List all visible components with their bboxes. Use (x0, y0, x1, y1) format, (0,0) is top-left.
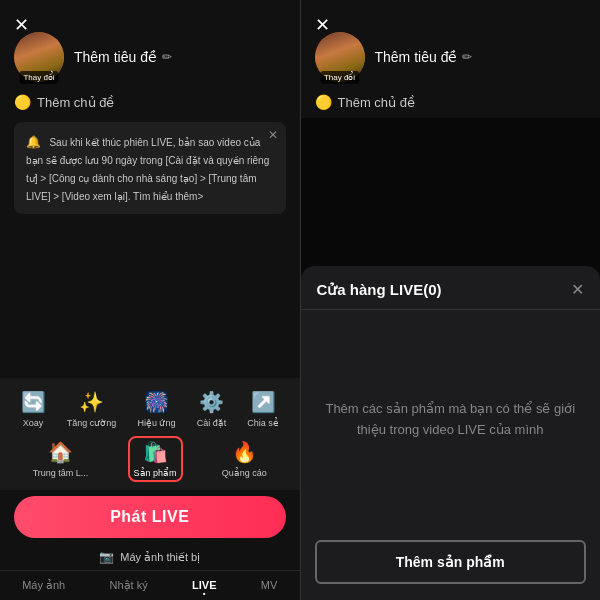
left-profile-section: Thay đổi Thêm tiêu đề ✏ (0, 20, 300, 94)
tab-mv[interactable]: MV (261, 579, 278, 594)
notification-close-button[interactable]: ✕ (268, 128, 278, 142)
thay-doi-button[interactable]: Thay đổi (19, 71, 58, 84)
icon-quang-cao[interactable]: 🔥 Quảng cáo (216, 436, 273, 482)
modal-close-button[interactable]: ✕ (571, 280, 584, 299)
icon-cai-dat[interactable]: ⚙️ Cài đặt (191, 386, 233, 432)
tang-cuong-icon: ✨ (79, 390, 104, 414)
icon-xoay[interactable]: 🔄 Xoay (15, 386, 52, 432)
may-anh-thiet-bi-text[interactable]: Máy ảnh thiết bị (120, 551, 200, 564)
quang-cao-icon: 🔥 (232, 440, 257, 464)
hieu-ung-label: Hiệu ứng (137, 418, 175, 428)
modal-title: Cửa hàng LIVE(0) (317, 281, 442, 299)
chia-se-icon: ↗️ (251, 390, 276, 414)
right-profile-section: Thay đổi Thêm tiêu đề ✏ (301, 20, 601, 94)
avatar-wrap: Thay đổi (14, 32, 64, 82)
edit-icon[interactable]: ✏ (162, 50, 172, 64)
camera-icon: 📷 (99, 550, 114, 564)
right-them-chu-de-text[interactable]: Thêm chủ đề (338, 95, 415, 110)
right-them-tieu-de: Thêm tiêu đề ✏ (375, 49, 473, 65)
notification-box: ✕ 🔔 Sau khi kết thúc phiên LIVE, bản sao… (14, 122, 286, 214)
xoay-icon: 🔄 (21, 390, 46, 414)
icon-trung-tam[interactable]: 🏠 Trung tâm L... (27, 436, 95, 482)
bottom-icons: 🔄 Xoay ✨ Tăng cường 🎆 Hiệu ứng ⚙️ Cài đặ… (0, 378, 300, 490)
them-chu-de-text[interactable]: Thêm chủ đề (37, 95, 114, 110)
right-thay-doi-button[interactable]: Thay đổi (320, 71, 359, 84)
trung-tam-label: Trung tâm L... (33, 468, 89, 478)
modal-content: Thêm các sản phẩm mà bạn có thể sẽ giới … (301, 310, 601, 530)
right-title-area: Thêm tiêu đề ✏ (375, 49, 473, 65)
trung-tam-icon: 🏠 (48, 440, 73, 464)
them-tieu-de: Thêm tiêu đề ✏ (74, 49, 172, 65)
icon-row-2: 🏠 Trung tâm L... 🛍️ Sản phẩm 🔥 Quảng cáo (0, 436, 300, 486)
icon-hieu-ung[interactable]: 🎆 Hiệu ứng (131, 386, 181, 432)
tab-nhat-ky[interactable]: Nhật ký (110, 579, 148, 594)
icon-san-pham[interactable]: 🛍️ Sản phẩm (128, 436, 183, 482)
notification-text: Sau khi kết thúc phiên LIVE, bản sao vid… (26, 137, 269, 202)
cai-dat-icon: ⚙️ (199, 390, 224, 414)
them-chu-de-row: 🟡 Thêm chủ đề (14, 94, 300, 110)
modal-sheet: Cửa hàng LIVE(0) ✕ Thêm các sản phẩm mà … (301, 266, 601, 600)
modal-footer: Thêm sản phẩm (301, 530, 601, 600)
modal-overlay: Cửa hàng LIVE(0) ✕ Thêm các sản phẩm mà … (301, 118, 601, 600)
bottom-tabs: Máy ảnh Nhật ký LIVE MV (0, 570, 300, 600)
chia-se-label: Chia sẻ (247, 418, 279, 428)
right-them-chu-de-row: 🟡 Thêm chủ đề (315, 94, 601, 110)
modal-empty-text: Thêm các sản phẩm mà bạn có thể sẽ giới … (321, 399, 581, 441)
cai-dat-label: Cài đặt (197, 418, 227, 428)
san-pham-icon: 🛍️ (143, 440, 168, 464)
them-chu-de-emoji: 🟡 (14, 94, 31, 110)
may-anh-thiet-bi-row: 📷 Máy ảnh thiết bị (0, 544, 300, 570)
icon-tang-cuong[interactable]: ✨ Tăng cường (61, 386, 123, 432)
san-pham-label: Sản phẩm (134, 468, 177, 478)
modal-header: Cửa hàng LIVE(0) ✕ (301, 266, 601, 310)
xoay-label: Xoay (23, 418, 44, 428)
notification-icon: 🔔 (26, 135, 41, 149)
left-panel: ✕ Thay đổi Thêm tiêu đề ✏ 🟡 Thêm chủ đề … (0, 0, 300, 600)
quang-cao-label: Quảng cáo (222, 468, 267, 478)
hieu-ung-icon: 🎆 (144, 390, 169, 414)
tang-cuong-label: Tăng cường (67, 418, 117, 428)
icon-chia-se[interactable]: ↗️ Chia sẻ (241, 386, 285, 432)
them-san-pham-button[interactable]: Thêm sản phẩm (315, 540, 587, 584)
tab-live[interactable]: LIVE (192, 579, 216, 594)
right-avatar-wrap: Thay đổi (315, 32, 365, 82)
right-edit-icon[interactable]: ✏ (462, 50, 472, 64)
tab-may-anh[interactable]: Máy ảnh (22, 579, 65, 594)
right-panel: ✕ Thay đổi Thêm tiêu đề ✏ 🟡 Thêm chủ đề … (301, 0, 601, 600)
icon-row-1: 🔄 Xoay ✨ Tăng cường 🎆 Hiệu ứng ⚙️ Cài đặ… (0, 386, 300, 436)
title-area: Thêm tiêu đề ✏ (74, 49, 172, 65)
left-close-button[interactable]: ✕ (14, 14, 29, 36)
right-them-chu-de-emoji: 🟡 (315, 94, 332, 110)
phat-live-button[interactable]: Phát LIVE (14, 496, 286, 538)
